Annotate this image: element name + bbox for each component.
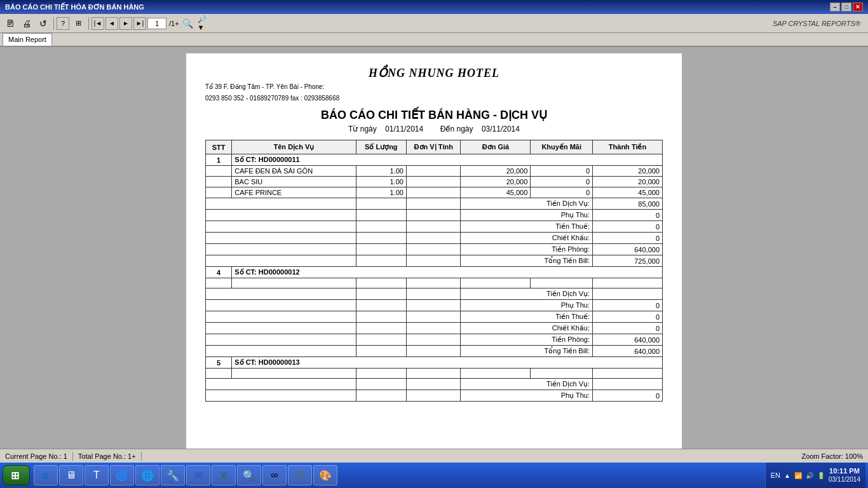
section-header-3: 5 Số CT: HD00000013 — [206, 357, 663, 369]
summary-tien-dich-vu-1: Tiền Dịch Vụ: 85,000 — [206, 198, 663, 210]
so-ct-3: Số CT: HD00000013 — [232, 357, 663, 369]
header-stt: STT — [206, 140, 232, 154]
table-row: CAFE ĐEN ĐÁ SÀI GÒN 1.00 20,000 0 20,000 — [206, 166, 663, 177]
help-button[interactable]: ? — [57, 17, 69, 30]
lang-indicator: EN — [771, 471, 780, 479]
report-title: BÁO CÁO CHI TIẾT BÁN HÀNG - DỊCH VỤ — [205, 108, 663, 122]
window-controls: – □ ✕ — [830, 3, 863, 11]
tab-bar: Main Report — [0, 33, 868, 47]
tray-arrow-icon: ▲ — [784, 472, 790, 479]
system-tray: EN ▲ 📶 🔊 🔋 10:11 PM 03/11/2014 — [765, 463, 865, 488]
table-row-empty-2 — [206, 278, 663, 288]
table-row-empty-3 — [206, 369, 663, 379]
summary-tong-bill-2: Tổng Tiền Bill: 640,000 — [206, 346, 663, 357]
taskbar-app-3[interactable]: T — [85, 465, 109, 485]
table-row: CAFE PRINCE 1.00 45,000 0 45,000 — [206, 187, 663, 198]
from-date: 01/11/2014 — [385, 125, 423, 133]
to-date: 03/11/2014 — [482, 125, 520, 133]
summary-tien-thue-2: Tiền Thuế: 0 — [206, 311, 663, 323]
toolbar-separator-1 — [53, 17, 54, 30]
minimize-button[interactable]: – — [830, 3, 840, 11]
taskbar: ⊞ e 🖥 T 🌀 🌐 🔧 W X 🔍 ∞ 🎵 🎨 EN ▲ 📶 🔊 — [0, 463, 868, 488]
page-total-label: /1+ — [169, 20, 179, 27]
clock: 10:11 PM 03/11/2014 — [829, 467, 860, 483]
refresh-button[interactable]: ↺ — [36, 16, 51, 31]
hotel-name: HỒNG NHUNG HOTEL — [205, 66, 663, 80]
header-sl: Số Lượng — [356, 140, 406, 154]
summary-chiet-khau-1: Chiết Khấu: 0 — [206, 233, 663, 244]
current-page-label: Current Page No.: 1 — [5, 452, 67, 460]
search-button[interactable]: 🔍 — [180, 16, 196, 31]
start-button[interactable]: ⊞ — [3, 465, 30, 485]
to-label: Đến ngày — [440, 125, 473, 133]
nav-prev-button[interactable]: ◄ — [105, 17, 118, 30]
taskbar-app-6[interactable]: 🔍 — [237, 465, 261, 485]
header-dvt: Đơn Vị Tính — [407, 140, 461, 154]
summary-tien-dich-vu-3: Tiền Dịch Vụ: — [206, 379, 663, 390]
taskbar-app-chrome[interactable]: 🌐 — [135, 465, 159, 485]
summary-chiet-khau-2: Chiết Khấu: 0 — [206, 323, 663, 334]
report-table: STT Tên Dịch Vụ Số Lượng Đơn Vị Tính Đơn… — [205, 140, 663, 402]
new-button[interactable]: 🖹 — [3, 16, 18, 31]
print-button[interactable]: 🖨 — [19, 16, 34, 31]
header-ten: Tên Dịch Vụ — [232, 140, 356, 154]
so-ct-2: Số CT: HD00000012 — [232, 267, 663, 278]
clock-time: 10:11 PM — [829, 467, 860, 475]
header-dg: Đơn Giá — [461, 140, 531, 154]
section-header-1: 1 Số CT: HD00000011 — [206, 154, 663, 166]
summary-tien-dich-vu-2: Tiền Dịch Vụ: — [206, 288, 663, 300]
nav-first-button[interactable]: |◄ — [92, 17, 104, 30]
summary-tong-bill-1: Tổng Tiền Bill: 725,000 — [206, 255, 663, 267]
toolbar: 🖹 🖨 ↺ ? ⊞ |◄ ◄ ► ►| 1 /1+ 🔍 🔎▼ SAP CRYST… — [0, 14, 868, 33]
taskbar-app-5[interactable]: 🔧 — [161, 465, 185, 485]
taskbar-app-word[interactable]: W — [186, 465, 210, 485]
title-bar: BÁO CÁO CHI TIẾT HÓA ĐƠN BÁN HÀNG – □ ✕ — [0, 0, 868, 14]
report-header: HỒNG NHUNG HOTEL Tổ 39 F. Đồng Tâm - TP.… — [205, 66, 663, 103]
page-number-input[interactable]: 1 — [147, 18, 166, 29]
taskbar-app-2[interactable]: 🖥 — [59, 465, 83, 485]
group-tree-button[interactable]: ⊞ — [71, 16, 86, 31]
tray-volume-icon: 🔊 — [806, 472, 813, 479]
clock-date: 03/11/2014 — [829, 476, 860, 484]
row-num-2: 4 — [206, 267, 232, 278]
report-area[interactable]: HỒNG NHUNG HOTEL Tổ 39 F. Đồng Tâm - TP.… — [0, 47, 868, 449]
tray-network-icon: 📶 — [794, 472, 802, 479]
zoom-label: Zoom Factor: 100% — [801, 452, 863, 460]
table-row: BAC SIU 1.00 20,000 0 20,000 — [206, 177, 663, 187]
so-ct-1: Số CT: HD00000011 — [232, 154, 663, 166]
summary-phu-thu-2: Phụ Thu: 0 — [206, 300, 663, 311]
close-button[interactable]: ✕ — [853, 3, 863, 11]
taskbar-app-4[interactable]: 🌀 — [110, 465, 134, 485]
sap-logo: SAP CRYSTAL REPORTS® — [773, 20, 865, 27]
from-label: Từ ngày — [348, 125, 377, 133]
tray-battery-icon: 🔋 — [817, 472, 825, 479]
hotel-address-line1: Tổ 39 F. Đồng Tâm - TP. Yên Bái - Phone: — [205, 83, 663, 92]
taskbar-app-music[interactable]: 🎵 — [288, 465, 312, 485]
maximize-button[interactable]: □ — [841, 3, 851, 11]
taskbar-app-7[interactable]: ∞ — [262, 465, 287, 485]
section-header-2: 4 Số CT: HD00000012 — [206, 267, 663, 278]
toolbar-separator-2 — [88, 17, 89, 30]
summary-phu-thu-3: Phụ Thu: 0 — [206, 390, 663, 402]
window-title: BÁO CÁO CHI TIẾT HÓA ĐƠN BÁN HÀNG — [5, 3, 144, 11]
taskbar-app-ie[interactable]: e — [34, 465, 58, 485]
report-page: HỒNG NHUNG HOTEL Tổ 39 F. Đồng Tâm - TP.… — [186, 53, 682, 449]
header-tt: Thành Tiền — [593, 140, 663, 154]
summary-tien-phong-2: Tiền Phòng: 640,000 — [206, 334, 663, 346]
status-divider-2 — [141, 452, 142, 461]
nav-last-button[interactable]: ►| — [133, 17, 146, 30]
report-date-row: Từ ngày 01/11/2014 Đến ngày 03/11/2014 — [205, 125, 663, 133]
header-km: Khuyến Mãi — [531, 140, 593, 154]
taskbar-app-excel[interactable]: X — [212, 465, 236, 485]
nav-next-button[interactable]: ► — [119, 17, 132, 30]
total-page-label: Total Page No.: 1+ — [78, 452, 136, 460]
status-bar: Current Page No.: 1 Total Page No.: 1+ Z… — [0, 449, 868, 463]
summary-phu-thu-1: Phụ Thu: 0 — [206, 210, 663, 221]
summary-tien-phong-1: Tiền Phòng: 640,000 — [206, 244, 663, 255]
row-num-1: 1 — [206, 154, 232, 166]
main-report-tab[interactable]: Main Report — [3, 33, 52, 46]
summary-tien-thue-1: Tiền Thuế: 0 — [206, 221, 663, 233]
taskbar-app-8[interactable]: 🎨 — [313, 465, 337, 485]
status-divider-1 — [72, 452, 73, 461]
zoom-button[interactable]: 🔎▼ — [197, 16, 212, 31]
